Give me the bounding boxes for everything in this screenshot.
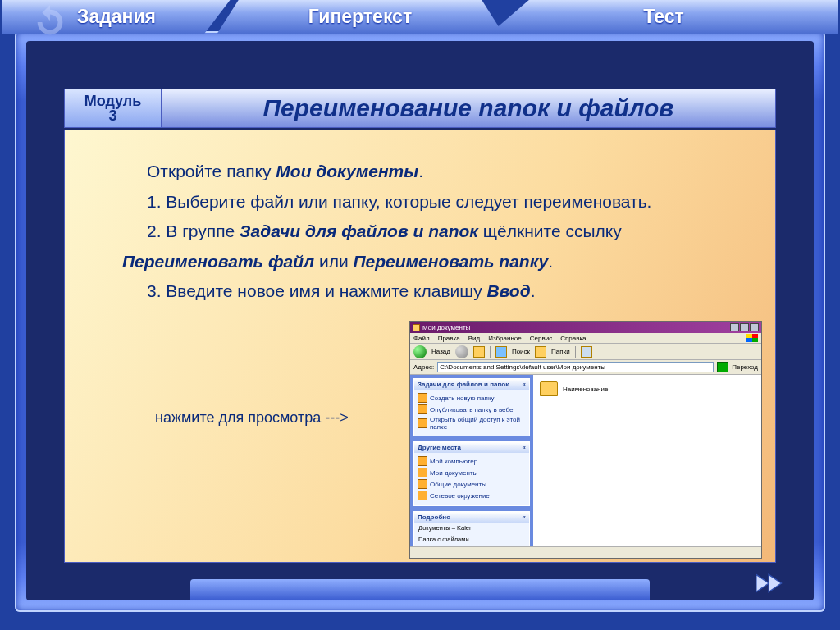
folder-icon (413, 324, 420, 331)
explorer-title: Мои документы (422, 324, 470, 331)
step-3a: 3. Введите новое имя и нажмите клавишу (147, 281, 487, 300)
step-1: 1. Выберите файл или папку, которые след… (122, 189, 734, 216)
places-panel: Другие места Мой компьютер Мои документы… (413, 441, 530, 506)
title-bar: Модуль 3 Переименование папок и файлов (64, 89, 776, 128)
place-network[interactable]: Сетевое окружение (418, 490, 526, 501)
windows-flag-icon (746, 334, 758, 342)
svg-marker-0 (756, 574, 769, 591)
back-label: Назад (431, 348, 450, 355)
click-hint: нажмите для просмотра ---> (155, 409, 349, 427)
menu-tools[interactable]: Сервис (530, 335, 552, 342)
menu-view[interactable]: Вид (468, 335, 480, 342)
tab-hypertext[interactable]: Гипертекст (217, 0, 504, 34)
top-tabs: Задания Гипертекст Тест (0, 0, 840, 34)
details-line1: Документы – Kalen (414, 523, 529, 534)
bottom-bevel (190, 579, 650, 600)
content-panel: Откройте папку Мои документы. 1. Выберит… (64, 130, 776, 563)
intro-prefix: Откройте папку (147, 162, 276, 180)
maximize-button[interactable] (740, 323, 749, 331)
close-button[interactable] (750, 323, 759, 331)
instructions: Откройте папку Мои документы. 1. Выберит… (122, 158, 734, 305)
details-panel: Подробно Документы – Kalen Папка с файла… (413, 511, 530, 546)
search-label: Поиск (512, 348, 530, 355)
places-header[interactable]: Другие места (414, 442, 529, 453)
inner-frame: Модуль 3 Переименование папок и файлов О… (26, 41, 814, 600)
task-new-folder[interactable]: Создать новую папку (418, 392, 526, 404)
intro-emph: Мои документы (276, 162, 418, 180)
step-2b: щёлкните ссылку (478, 221, 622, 240)
explorer-addressbar: Адрес: Переход (410, 360, 761, 375)
explorer-window[interactable]: Мои документы Файл Правка Вид Избранное … (409, 321, 762, 559)
task-share[interactable]: Открыть общий доступ к этой папке (418, 415, 526, 431)
place-shared[interactable]: Общие документы (418, 478, 526, 490)
place-mydocs[interactable]: Мои документы (418, 467, 526, 478)
refresh-icon[interactable] (31, 3, 69, 41)
address-label: Адрес: (413, 363, 434, 371)
step-2-em3: Переименовать папку (353, 252, 548, 271)
search-icon[interactable] (495, 346, 507, 358)
tasks-header[interactable]: Задачи для файлов и папок (414, 379, 529, 390)
back-button[interactable] (413, 345, 427, 358)
task-publish[interactable]: Опубликовать папку в вебе (418, 404, 526, 415)
place-computer[interactable]: Мой компьютер (418, 455, 526, 467)
folders-icon[interactable] (535, 346, 546, 358)
step-3-em: Ввод (487, 281, 531, 300)
next-button[interactable] (753, 571, 791, 596)
step-2c: или (314, 252, 353, 271)
window-buttons (730, 323, 759, 331)
address-input[interactable] (437, 362, 714, 372)
go-label: Переход (732, 363, 758, 371)
explorer-statusbar (410, 546, 761, 558)
details-line3: Изменён: 13 апреля 2007 г., 13:58 (414, 546, 529, 547)
minimize-button[interactable] (730, 323, 739, 331)
outer-frame: Модуль 3 Переименование папок и файлов О… (15, 31, 825, 612)
menu-file[interactable]: Файл (413, 335, 430, 342)
up-icon[interactable] (473, 346, 485, 358)
folder-item[interactable]: Наименование (540, 381, 755, 396)
step-2-em1: Задачи для файлов и папок (240, 221, 478, 240)
explorer-body: Задачи для файлов и папок Создать новую … (410, 375, 761, 546)
tab-test[interactable]: Тест (489, 0, 838, 34)
folder-icon (540, 381, 558, 396)
tasks-panel: Задачи для файлов и папок Создать новую … (413, 378, 530, 436)
explorer-titlebar: Мои документы (410, 322, 761, 333)
details-header[interactable]: Подробно (414, 512, 529, 523)
folders-label: Папки (551, 348, 570, 355)
page-title: Переименование папок и файлов (162, 94, 775, 122)
explorer-menubar: Файл Правка Вид Избранное Сервис Справка (410, 333, 761, 344)
views-icon[interactable] (581, 346, 592, 358)
forward-button[interactable] (455, 345, 468, 358)
menu-help[interactable]: Справка (560, 335, 586, 342)
details-line2: Папка с файлами (414, 534, 529, 546)
menu-edit[interactable]: Правка (438, 335, 460, 342)
go-button[interactable] (717, 362, 728, 372)
module-label: Модуль (84, 94, 142, 108)
explorer-fileview[interactable]: Наименование (533, 375, 761, 546)
explorer-sidepane: Задачи для файлов и папок Создать новую … (410, 375, 533, 546)
menu-fav[interactable]: Избранное (488, 335, 522, 342)
step-2a: 2. В группе (147, 221, 240, 240)
step-2-em2: Переименовать файл (122, 252, 314, 271)
folder-name: Наименование (563, 386, 608, 393)
module-badge: Модуль 3 (65, 89, 162, 127)
svg-marker-1 (769, 574, 781, 591)
module-number: 3 (108, 108, 116, 123)
explorer-toolbar: Назад Поиск Папки (410, 344, 761, 360)
